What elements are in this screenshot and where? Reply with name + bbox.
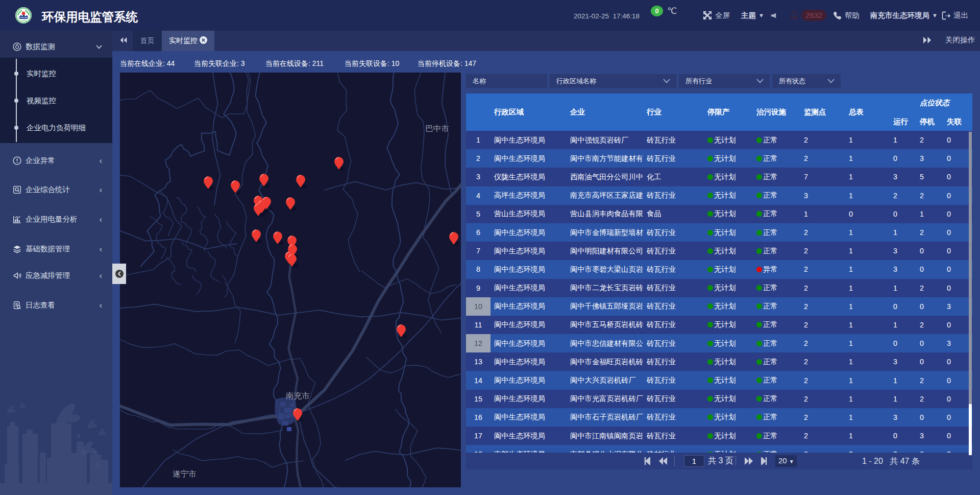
svg-text:环保监管: 环保监管 [20, 19, 27, 21]
svg-text:巴中市: 巴中市 [425, 124, 449, 133]
svg-text:遂宁市: 遂宁市 [173, 469, 197, 478]
svg-text:南充市: 南充市 [286, 391, 310, 400]
